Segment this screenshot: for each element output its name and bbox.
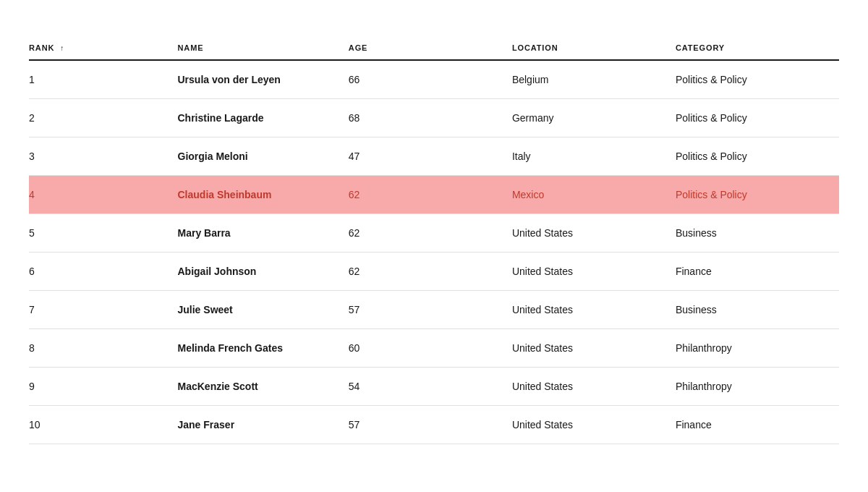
location-cell: Mexico — [512, 176, 676, 214]
category-cell: Business — [676, 214, 839, 253]
rank-cell: 4 — [29, 176, 178, 214]
category-cell: Politics & Policy — [676, 176, 839, 214]
location-cell: Italy — [512, 137, 676, 176]
location-label: LOCATION — [512, 43, 558, 52]
age-cell: 47 — [349, 137, 512, 176]
name-cell: Giorgia Meloni — [178, 137, 349, 176]
table-row: 4Claudia Sheinbaum62MexicoPolitics & Pol… — [29, 176, 839, 214]
age-cell: 66 — [349, 60, 512, 99]
table-row: 3Giorgia Meloni47ItalyPolitics & Policy — [29, 137, 839, 176]
location-cell: United States — [512, 214, 676, 253]
age-cell: 57 — [349, 291, 512, 329]
rank-cell: 7 — [29, 291, 178, 329]
rank-cell: 8 — [29, 329, 178, 368]
name-label: NAME — [178, 43, 204, 52]
name-cell: Jane Fraser — [178, 406, 349, 444]
age-cell: 57 — [349, 406, 512, 444]
category-label: CATEGORY — [676, 43, 725, 52]
column-header-category[interactable]: CATEGORY — [676, 43, 839, 60]
location-cell: United States — [512, 329, 676, 368]
age-cell: 62 — [349, 253, 512, 291]
table-row: 1Ursula von der Leyen66BelgiumPolitics &… — [29, 60, 839, 99]
location-cell: United States — [512, 406, 676, 444]
age-cell: 68 — [349, 99, 512, 137]
name-cell: Ursula von der Leyen — [178, 60, 349, 99]
name-cell: Julie Sweet — [178, 291, 349, 329]
location-cell: United States — [512, 368, 676, 406]
location-cell: Germany — [512, 99, 676, 137]
age-cell: 62 — [349, 176, 512, 214]
column-header-age[interactable]: AGE — [349, 43, 512, 60]
name-cell: Claudia Sheinbaum — [178, 176, 349, 214]
sort-arrow-icon: ↑ — [60, 44, 64, 52]
name-cell: MacKenzie Scott — [178, 368, 349, 406]
category-cell: Politics & Policy — [676, 99, 839, 137]
age-cell: 62 — [349, 214, 512, 253]
age-cell: 60 — [349, 329, 512, 368]
rankings-table: RANK ↑ NAME AGE LOCATION CATEGORY 1Ursul… — [29, 43, 839, 444]
rank-cell: 9 — [29, 368, 178, 406]
table-row: 2Christine Lagarde68GermanyPolitics & Po… — [29, 99, 839, 137]
category-cell: Finance — [676, 253, 839, 291]
column-header-rank[interactable]: RANK ↑ — [29, 43, 178, 60]
category-cell: Finance — [676, 406, 839, 444]
name-cell: Mary Barra — [178, 214, 349, 253]
location-cell: United States — [512, 253, 676, 291]
rank-cell: 5 — [29, 214, 178, 253]
category-cell: Philanthropy — [676, 329, 839, 368]
rank-cell: 1 — [29, 60, 178, 99]
category-cell: Philanthropy — [676, 368, 839, 406]
name-cell: Abigail Johnson — [178, 253, 349, 291]
table-header-row: RANK ↑ NAME AGE LOCATION CATEGORY — [29, 43, 839, 60]
location-cell: Belgium — [512, 60, 676, 99]
rank-label: RANK — [29, 43, 54, 52]
rankings-table-container: RANK ↑ NAME AGE LOCATION CATEGORY 1Ursul… — [29, 43, 839, 444]
rank-cell: 10 — [29, 406, 178, 444]
table-row: 5Mary Barra62United StatesBusiness — [29, 214, 839, 253]
table-row: 7Julie Sweet57United StatesBusiness — [29, 291, 839, 329]
category-cell: Business — [676, 291, 839, 329]
name-cell: Melinda French Gates — [178, 329, 349, 368]
age-label: AGE — [349, 43, 367, 52]
age-cell: 54 — [349, 368, 512, 406]
column-header-location[interactable]: LOCATION — [512, 43, 676, 60]
table-row: 10Jane Fraser57United StatesFinance — [29, 406, 839, 444]
location-cell: United States — [512, 291, 676, 329]
table-row: 6Abigail Johnson62United StatesFinance — [29, 253, 839, 291]
table-row: 9MacKenzie Scott54United StatesPhilanthr… — [29, 368, 839, 406]
column-header-name[interactable]: NAME — [178, 43, 349, 60]
name-cell: Christine Lagarde — [178, 99, 349, 137]
table-row: 8Melinda French Gates60United StatesPhil… — [29, 329, 839, 368]
rank-cell: 2 — [29, 99, 178, 137]
category-cell: Politics & Policy — [676, 137, 839, 176]
rank-cell: 3 — [29, 137, 178, 176]
rank-cell: 6 — [29, 253, 178, 291]
category-cell: Politics & Policy — [676, 60, 839, 99]
